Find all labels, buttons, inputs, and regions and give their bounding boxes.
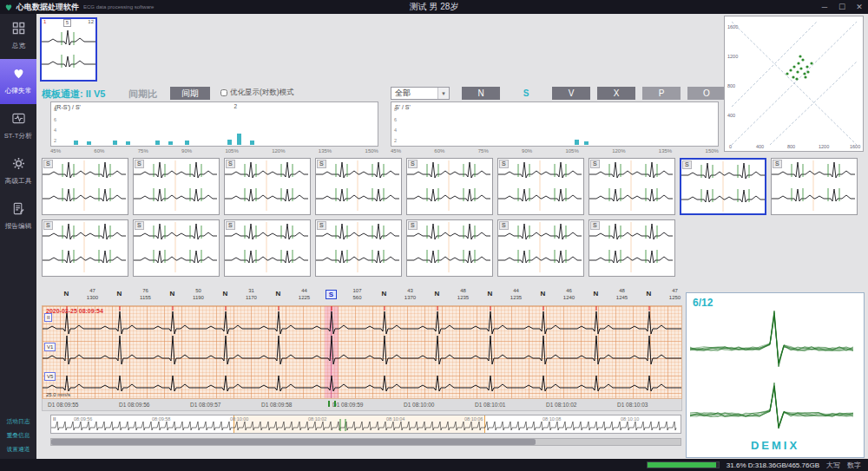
thumbnail-ecg-waveform [225, 159, 308, 213]
histogram-x-tick: 120% [612, 148, 625, 154]
histogram-x-tick: 105% [565, 148, 578, 154]
beat-label-N[interactable]: N [220, 290, 231, 298]
class-button-p[interactable]: P [642, 87, 681, 100]
template-thumbnail[interactable]: S [42, 158, 128, 215]
thumbnail-ecg-waveform [681, 160, 765, 213]
minimize-button[interactable]: ─ [816, 0, 833, 14]
template-thumbnail[interactable]: S [589, 158, 675, 215]
thumbnail-class-badge: S [317, 221, 326, 230]
beat-rr: 1235 [457, 295, 469, 300]
close-button[interactable]: ✕ [851, 0, 868, 14]
histogram-y-tick: 4 [54, 128, 56, 133]
template-thumbnail[interactable]: S [497, 158, 584, 215]
histogram-x-tick: 150% [365, 148, 378, 154]
beat-rr: 1170 [246, 295, 257, 300]
class-button-v[interactable]: V [552, 87, 590, 100]
template-thumbnail[interactable]: S [315, 158, 402, 215]
template-thumbnail[interactable]: S [406, 158, 493, 215]
template-channel-preview[interactable]: 1 5 12 [40, 17, 97, 82]
class-button-o[interactable]: O [687, 87, 726, 100]
class-button-n[interactable]: N [462, 87, 500, 100]
overview-time-label: 08:10:00 [230, 416, 248, 422]
thumbnail-class-badge: S [682, 160, 692, 169]
app-title: 心电数据处理软件 [16, 2, 79, 13]
beat-overlay-panel: 6/12 DEMIX [686, 292, 865, 458]
optimize-checkbox-input[interactable] [220, 89, 227, 96]
beat-label-N[interactable]: N [114, 290, 125, 298]
ecg-overview-strip[interactable]: II 08:09:5608:09:5808:10:0008:10:0208:10… [50, 415, 681, 434]
beat-label-N[interactable]: N [643, 290, 654, 298]
beat-label-N[interactable]: N [484, 290, 496, 298]
thumbnail-class-badge: S [499, 221, 509, 230]
beat-label-N[interactable]: N [167, 290, 178, 298]
template-thumbnail[interactable]: S [42, 219, 128, 277]
thumbnail-class-badge: S [43, 221, 53, 230]
time-axis-label: D1 08:09:58 [261, 402, 292, 408]
beat-filter-value: 全部 [391, 88, 437, 99]
class-button-x[interactable]: X [597, 87, 635, 100]
beat-label-N[interactable]: N [590, 290, 602, 298]
sidebar-item-2[interactable]: 心律失常 [0, 59, 36, 104]
beat-label-N[interactable]: N [61, 290, 72, 298]
beat-rate: 47 [89, 288, 95, 293]
template-thumbnail[interactable]: S [133, 158, 220, 215]
sidebar-item-5[interactable]: 报告编辑 [0, 194, 36, 239]
ecg-strip[interactable]: 2020-03-25 08:09:54 25.0 mm/s IIV1V5 [42, 305, 682, 399]
overview-channel-label: II [53, 416, 56, 422]
thumbnail-ecg-waveform [134, 220, 217, 274]
beat-label-N[interactable]: N [537, 290, 549, 298]
beat-interval-values: 311170 [239, 287, 265, 301]
template-thumbnail[interactable]: S [406, 219, 493, 277]
template-thumbnail[interactable]: S [771, 158, 858, 215]
sidebar-link-1[interactable]: 活动日志 [7, 417, 30, 426]
green-event-mark [328, 401, 330, 407]
histogram-x-tick: 105% [225, 148, 238, 154]
template-thumbnail[interactable]: S [224, 158, 311, 215]
template-thumbnail[interactable]: S [315, 219, 402, 277]
optimize-display-checkbox[interactable]: 优化显示(对数)模式 [220, 88, 294, 98]
histogram-bar [126, 141, 130, 145]
template-thumbnail[interactable]: S [224, 219, 311, 277]
time-axis-label: D1 08:09:55 [48, 402, 78, 408]
optimize-checkbox-label: 优化显示(对数)模式 [230, 88, 294, 98]
histogram-y-tick: 6 [54, 117, 56, 122]
template-thumbnail[interactable]: S [589, 219, 675, 277]
beat-filter-dropdown[interactable]: 全部 ▾ [391, 87, 450, 100]
sidebar-link-2[interactable]: 重叠信息 [7, 431, 30, 440]
time-axis-label: D1 08:09:57 [190, 402, 220, 408]
num-indicator: 数字 [847, 461, 861, 470]
beat-label-N[interactable]: N [378, 290, 390, 298]
sidebar-item-3[interactable]: ST-T分析 [0, 104, 36, 149]
template-thumbnail[interactable]: S [133, 219, 220, 277]
maximize-button[interactable]: ☐ [833, 0, 851, 14]
thumbnail-class-badge: S [408, 160, 418, 168]
scrollbar-thumb[interactable] [51, 439, 536, 445]
thumbnail-class-badge: S [135, 160, 144, 168]
beat-rr: 1370 [404, 295, 416, 300]
sidebar-item-4[interactable]: 高级工具 [0, 149, 36, 194]
mini-ecg-waveform [42, 26, 95, 80]
beat-label-N[interactable]: N [273, 290, 284, 298]
chevron-down-icon[interactable]: ▾ [437, 88, 449, 99]
wave-icon [12, 112, 25, 128]
overview-time-label: 08:09:56 [74, 416, 92, 422]
template-thumbnail[interactable]: S [497, 219, 584, 277]
beat-rr: 1240 [563, 295, 575, 300]
strip-channel-label: V5 [44, 372, 56, 381]
histogram-x-tick: 60% [434, 148, 444, 154]
beat-label-N[interactable]: N [431, 290, 443, 298]
interval-ratio-histogram-left: (R-S') / S' 2 8642 [50, 101, 378, 147]
svg-text:1200: 1200 [819, 144, 829, 149]
thumbnail-class-badge: S [590, 160, 600, 168]
report-icon [12, 202, 25, 219]
beat-label-S[interactable]: S [326, 290, 337, 299]
sidebar-item-1[interactable]: 总览 [0, 14, 36, 59]
sidebar-link-3[interactable]: 设置通道 [7, 445, 30, 454]
overview-time-label: 08:09:58 [152, 416, 170, 422]
class-button-s[interactable]: S [507, 87, 545, 100]
horizontal-scrollbar[interactable] [50, 438, 681, 446]
template-thumbnail[interactable]: S [680, 158, 766, 215]
beat-interval-values: 481245 [609, 287, 635, 301]
interval-button[interactable]: 间期 [170, 87, 210, 100]
thumbnail-ecg-waveform [498, 159, 582, 213]
